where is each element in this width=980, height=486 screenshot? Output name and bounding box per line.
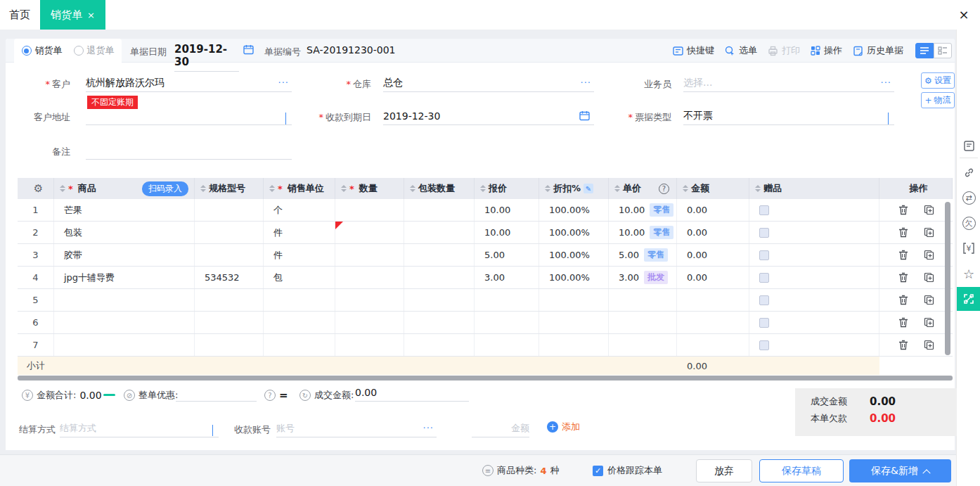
exchange-icon[interactable]: ⇄ (957, 188, 980, 207)
header-pkg-qty[interactable]: 包装数量 (404, 178, 475, 199)
cell-quote[interactable] (475, 289, 539, 311)
expand-icon[interactable] (957, 287, 980, 311)
cell-product[interactable]: 胶带 (54, 244, 195, 266)
calendar-icon[interactable] (579, 110, 590, 121)
cell-quote[interactable]: 10.00 (475, 199, 539, 221)
delete-row-icon[interactable] (898, 205, 908, 215)
copy-row-icon[interactable] (924, 295, 934, 305)
cell-spec[interactable] (195, 222, 264, 243)
gift-checkbox[interactable] (759, 228, 769, 238)
cell-pkg[interactable] (404, 222, 475, 243)
cell-price[interactable]: 3.00 批发 (609, 267, 677, 288)
cell-discount[interactable]: 100.00% (539, 222, 609, 243)
radio-sales-order[interactable]: 销货单 (22, 44, 63, 57)
salesman-more-icon[interactable]: ··· (881, 77, 891, 88)
cell-discount[interactable] (539, 312, 609, 333)
cell-unit[interactable]: 个 (264, 199, 335, 221)
order-discount-input[interactable] (176, 383, 257, 402)
chevron-down-icon[interactable] (285, 113, 286, 124)
warehouse-field[interactable]: 总仓 ··· (383, 74, 594, 92)
cell-amount[interactable] (677, 312, 749, 333)
card-view-button[interactable] (934, 43, 952, 58)
copy-row-icon[interactable] (924, 317, 934, 328)
copy-row-icon[interactable] (924, 250, 934, 260)
help-icon[interactable]: ? (659, 184, 669, 194)
cell-spec[interactable] (195, 289, 264, 311)
header-amount[interactable]: 金额 (677, 178, 749, 199)
cell-discount[interactable]: 100.00% (539, 244, 609, 266)
copy-row-icon[interactable] (924, 205, 934, 215)
cell-product[interactable]: 芒果 (54, 199, 195, 221)
cell-unit[interactable] (264, 334, 335, 356)
due-date-field[interactable]: 2019-12-30 (383, 107, 594, 125)
cell-spec[interactable] (195, 244, 264, 266)
cell-spec[interactable] (195, 334, 264, 356)
cell-qty[interactable] (335, 289, 404, 311)
salesman-field[interactable]: 选择... ··· (683, 74, 894, 92)
warehouse-more-icon[interactable]: ··· (581, 77, 591, 88)
list-view-button[interactable] (915, 43, 934, 58)
debt-icon[interactable]: 欠 (957, 214, 980, 232)
cell-qty[interactable] (335, 312, 404, 333)
cell-price[interactable]: 5.00 零售 (609, 244, 677, 266)
gift-checkbox[interactable] (759, 295, 769, 305)
cell-discount[interactable] (539, 334, 609, 356)
cell-amount[interactable]: 0.00 (677, 244, 749, 266)
star-icon[interactable]: ☆ (957, 264, 980, 283)
window-close-icon[interactable]: × (955, 6, 973, 24)
save-draft-button[interactable]: 保存草稿 (759, 459, 844, 482)
cell-pkg[interactable] (404, 244, 475, 266)
cell-spec[interactable] (195, 312, 264, 333)
customer-more-icon[interactable]: ··· (278, 77, 289, 88)
gift-checkbox[interactable] (759, 318, 769, 328)
tab-close-icon[interactable]: × (87, 11, 95, 20)
price-track-toggle[interactable]: ✓ 价格跟踪本单 (593, 464, 662, 477)
cell-unit[interactable]: 件 (264, 244, 335, 266)
bill-type-field[interactable]: 不开票 (683, 107, 894, 125)
cell-quote[interactable] (475, 334, 539, 356)
cancel-button[interactable]: 放弃 (696, 459, 752, 482)
cell-pkg[interactable] (404, 199, 475, 221)
cell-quote[interactable]: 10.00 (475, 222, 539, 243)
header-product[interactable]: *商品 扫码录入 (54, 178, 195, 199)
cell-unit[interactable]: 包 (264, 267, 335, 288)
cell-spec[interactable]: 534532 (195, 267, 264, 288)
vertical-scrollbar[interactable] (945, 202, 950, 355)
add-payment-button[interactable]: + 添加 (547, 421, 580, 433)
cell-price[interactable]: 10.00 零售 (609, 199, 677, 221)
cell-pkg[interactable] (404, 267, 475, 288)
cell-price[interactable]: 10.00 零售 (609, 222, 677, 243)
operations-button[interactable]: 操作 (811, 44, 842, 57)
doc-date-value[interactable]: 2019-12-30 (174, 43, 239, 72)
method-field[interactable]: 结算方式 (60, 419, 219, 437)
delete-row-icon[interactable] (898, 272, 908, 283)
cell-product[interactable] (54, 334, 195, 356)
cell-quote[interactable] (475, 312, 539, 333)
cell-discount[interactable]: 100.00% (539, 199, 609, 221)
cell-product[interactable] (54, 312, 195, 333)
delete-row-icon[interactable] (898, 317, 908, 328)
header-gift[interactable]: 赠品 (749, 178, 879, 199)
cell-pkg[interactable] (404, 312, 475, 333)
cell-product[interactable] (54, 289, 195, 311)
price-type-tag[interactable]: 零售 (650, 226, 673, 239)
price-type-tag[interactable]: 零售 (644, 248, 668, 262)
cell-discount[interactable] (539, 289, 609, 311)
gift-checkbox[interactable] (759, 250, 769, 260)
hotkey-button[interactable]: 快捷键 (673, 44, 714, 57)
header-qty[interactable]: *数量 (335, 178, 404, 199)
address-field[interactable] (86, 107, 292, 125)
cell-product[interactable]: jpg十辅导费 (54, 267, 195, 288)
cell-price[interactable] (609, 334, 677, 356)
gift-checkbox[interactable] (759, 340, 769, 350)
gift-checkbox[interactable] (759, 273, 769, 283)
header-price[interactable]: 单价 ? (609, 178, 677, 199)
cell-unit[interactable]: 件 (264, 222, 335, 243)
cell-qty[interactable] (335, 267, 404, 288)
cell-amount[interactable]: 0.00 (677, 199, 749, 221)
delete-row-icon[interactable] (898, 340, 908, 350)
cell-price[interactable] (609, 289, 677, 311)
history-button[interactable]: 历史单据 (853, 44, 903, 57)
cell-quote[interactable]: 5.00 (475, 244, 539, 266)
cell-unit[interactable] (264, 312, 335, 333)
